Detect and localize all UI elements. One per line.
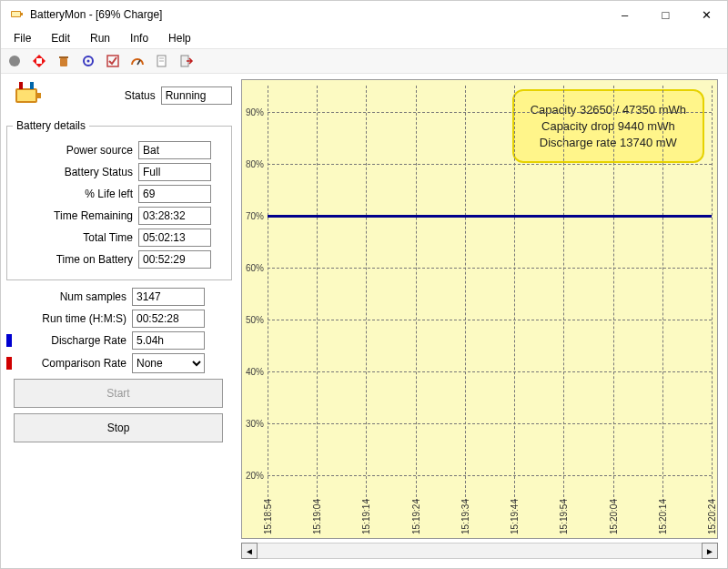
gauge-icon[interactable]	[126, 50, 149, 72]
menu-edit[interactable]: Edit	[42, 30, 79, 46]
exit-icon[interactable]	[175, 50, 198, 72]
status-field: Running	[161, 86, 232, 105]
gridline-h	[268, 112, 712, 113]
gridline-v	[514, 86, 515, 502]
scroll-track[interactable]	[258, 543, 702, 559]
status-label: Status	[72, 89, 161, 102]
gridline-h	[268, 268, 712, 269]
menu-file[interactable]: File	[5, 30, 40, 46]
titlebar: BatteryMon - [69% Charge] – □ ✕	[1, 1, 727, 28]
x-tick: 15:19:44	[510, 499, 520, 534]
menubar: File Edit Run Info Help	[1, 28, 727, 48]
svg-rect-1	[21, 13, 23, 15]
x-tick: 15:20:14	[657, 499, 667, 534]
chart-info-box: Capacity 32650 / 47350 mWh Capacity drop…	[512, 89, 704, 163]
stop-icon[interactable]	[27, 50, 51, 72]
svg-rect-19	[19, 82, 23, 89]
svg-point-3	[9, 56, 20, 66]
power-source-label: Power source	[13, 144, 138, 157]
svg-rect-18	[17, 90, 35, 101]
svg-rect-2	[12, 12, 20, 16]
life-left-label: % Life left	[13, 188, 138, 200]
gridline-v	[712, 86, 713, 502]
x-tick: 15:19:14	[361, 499, 371, 534]
svg-rect-17	[37, 93, 41, 98]
toolbar	[1, 48, 727, 74]
page-icon[interactable]	[150, 50, 174, 72]
y-tick: 30%	[246, 419, 264, 429]
svg-rect-5	[36, 58, 42, 64]
x-tick: 15:19:54	[559, 499, 569, 534]
svg-rect-6	[60, 58, 67, 66]
data-line	[268, 215, 712, 218]
gridline-v	[317, 86, 318, 502]
record-icon[interactable]	[3, 50, 26, 72]
maximize-button[interactable]: □	[645, 1, 686, 28]
gridline-v	[613, 86, 614, 502]
y-tick: 50%	[246, 315, 264, 325]
gridline-v	[465, 86, 466, 502]
life-left-field: 69	[138, 185, 211, 203]
gear-icon[interactable]	[76, 50, 100, 72]
y-tick: 40%	[246, 367, 264, 377]
battery-status-label: Battery Status	[13, 166, 138, 178]
close-button[interactable]: ✕	[686, 1, 727, 28]
gridline-h	[268, 164, 712, 165]
discharge-swatch	[6, 334, 12, 347]
comparison-rate-select[interactable]: None	[132, 353, 205, 373]
gridline-h	[268, 423, 712, 424]
battery-details-legend: Battery details	[13, 119, 89, 132]
app-icon	[8, 6, 25, 23]
svg-rect-7	[59, 56, 68, 58]
scroll-left-button[interactable]: ◄	[241, 543, 258, 559]
menu-run[interactable]: Run	[81, 30, 119, 46]
total-time-label: Total Time	[13, 231, 138, 244]
gridline-v	[366, 86, 367, 502]
menu-info[interactable]: Info	[121, 30, 157, 46]
comparison-swatch	[6, 357, 12, 370]
battery-icon	[10, 79, 46, 112]
gridline-h	[268, 371, 712, 372]
discharge-rate-field: 5.04h	[132, 331, 205, 350]
gridline-v	[416, 86, 417, 502]
discharge-rate-label: Discharge Rate	[15, 334, 132, 347]
scroll-right-button[interactable]: ►	[702, 543, 718, 559]
y-tick: 80%	[246, 158, 264, 168]
x-tick: 15:19:24	[410, 499, 420, 534]
y-tick: 90%	[246, 107, 264, 117]
time-remaining-label: Time Remaining	[13, 209, 138, 222]
gridline-h	[268, 475, 712, 476]
chart-scrollbar[interactable]: ◄ ►	[241, 543, 718, 559]
y-tick: 60%	[246, 262, 264, 272]
stop-button[interactable]: Stop	[14, 413, 223, 442]
check-icon[interactable]	[101, 50, 125, 72]
comparison-rate-label: Comparison Rate	[15, 357, 132, 370]
time-on-battery-label: Time on Battery	[13, 253, 138, 266]
y-tick: 70%	[246, 210, 264, 220]
x-tick: 15:19:34	[460, 499, 470, 534]
trash-icon[interactable]	[52, 50, 76, 72]
gridline-v	[268, 86, 268, 502]
x-tick: 15:20:04	[608, 499, 618, 534]
battery-details-group: Battery details Power sourceBat Battery …	[6, 119, 232, 280]
window-title: BatteryMon - [69% Charge]	[30, 8, 604, 21]
x-tick: 15:18:54	[263, 499, 273, 534]
svg-line-11	[137, 60, 140, 65]
num-samples-label: Num samples	[6, 290, 132, 303]
minimize-button[interactable]: –	[604, 1, 645, 28]
svg-rect-20	[30, 82, 34, 89]
total-time-field: 05:02:13	[138, 229, 211, 247]
power-source-field: Bat	[138, 141, 211, 159]
run-time-field: 00:52:28	[132, 310, 205, 328]
start-button[interactable]: Start	[14, 379, 223, 408]
x-tick: 15:20:24	[707, 499, 717, 534]
num-samples-field: 3147	[132, 288, 205, 306]
y-tick: 20%	[246, 471, 264, 481]
menu-help[interactable]: Help	[159, 30, 200, 46]
time-on-battery-field: 00:52:29	[138, 250, 211, 269]
run-time-label: Run time (H:M:S)	[6, 312, 132, 325]
gridline-v	[662, 86, 663, 502]
time-remaining-field: 03:28:32	[138, 207, 211, 225]
left-pane: Status Running Battery details Power sou…	[1, 74, 238, 568]
svg-point-9	[87, 60, 90, 63]
